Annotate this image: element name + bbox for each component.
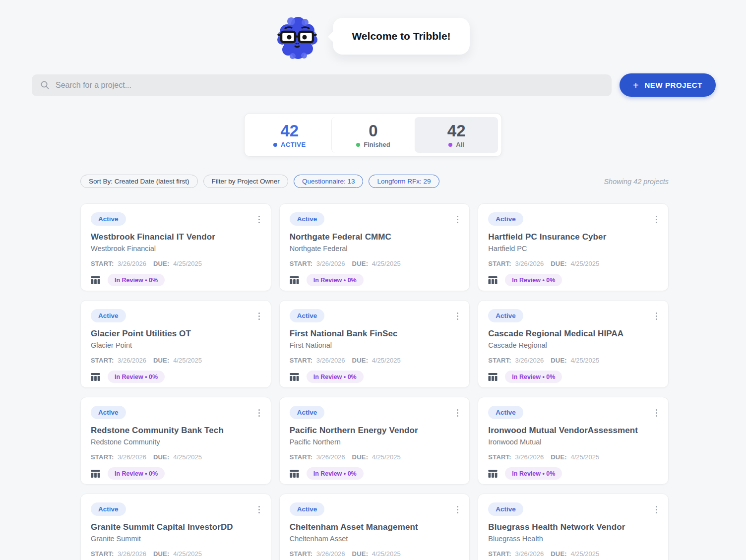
table-icon (290, 373, 299, 381)
project-card-footer: In Review • 0% (91, 467, 263, 480)
start-date: 3/26/2026 (515, 357, 544, 364)
kebab-menu-icon[interactable] (655, 311, 658, 321)
start-date: 3/26/2026 (118, 550, 146, 558)
project-card[interactable]: Active Westbrook Financial IT Vendor Wes… (80, 203, 271, 291)
review-status-badge: In Review • 0% (108, 371, 165, 383)
due-date: 4/25/2025 (173, 260, 202, 267)
project-dates: START: 3/26/2026 DUE: 4/25/2025 (290, 453, 462, 461)
start-date: 3/26/2026 (515, 550, 544, 558)
project-card[interactable]: Active Pacific Northern Energy Vendor Pa… (279, 397, 470, 485)
kebab-menu-icon[interactable] (257, 311, 261, 321)
table-icon (91, 470, 100, 478)
project-subtitle: Hartfield PC (488, 245, 660, 252)
project-subtitle: Northgate Federal (290, 245, 462, 252)
projects-grid: Active Westbrook Financial IT Vendor Wes… (80, 203, 669, 560)
project-card-footer: In Review • 0% (290, 371, 462, 383)
status-badge: Active (91, 212, 126, 226)
project-title: Redstone Community Bank Tech (91, 426, 263, 436)
due-label: DUE: (551, 453, 567, 461)
review-status-badge: In Review • 0% (307, 467, 364, 480)
kebab-menu-icon[interactable] (257, 505, 261, 514)
showing-projects-text: Showing 42 projects (604, 178, 669, 186)
project-dates: START: 3/26/2026 DUE: 4/25/2025 (91, 550, 263, 558)
review-status-badge: In Review • 0% (108, 467, 165, 480)
project-card[interactable]: Active Northgate Federal CMMC Northgate … (279, 203, 470, 291)
project-title: Hartfield PC Insurance Cyber (488, 232, 660, 242)
start-label: START: (91, 550, 114, 558)
welcome-text: Welcome to Tribble! (352, 30, 450, 42)
kebab-menu-icon[interactable] (257, 408, 261, 418)
due-label: DUE: (352, 357, 369, 364)
stat-active[interactable]: 42 ACTIVE (248, 117, 331, 153)
project-card[interactable]: Active Redstone Community Bank Tech Reds… (80, 397, 271, 485)
project-dates: START: 3/26/2026 DUE: 4/25/2025 (488, 453, 660, 461)
review-status-badge: In Review • 0% (505, 467, 562, 480)
status-badge: Active (488, 502, 523, 516)
kebab-menu-icon[interactable] (456, 408, 459, 418)
project-card[interactable]: Active Granite Summit Capital InvestorDD… (80, 494, 271, 560)
filter-row: Sort By: Created Date (latest first) Fil… (80, 175, 669, 188)
search-icon (40, 80, 50, 90)
project-title: Northgate Federal CMMC (290, 232, 462, 242)
kebab-menu-icon[interactable] (456, 215, 459, 224)
status-badge: Active (290, 309, 325, 322)
due-label: DUE: (153, 357, 170, 364)
project-card-footer: In Review • 0% (488, 371, 660, 383)
start-date: 3/26/2026 (316, 550, 345, 558)
stat-all[interactable]: 42 All (415, 117, 498, 153)
table-icon (488, 470, 497, 478)
due-date: 4/25/2025 (173, 550, 202, 558)
project-subtitle: Bluegrass Health (488, 535, 660, 543)
project-title: Pacific Northern Energy Vendor (290, 426, 462, 436)
kebab-menu-icon[interactable] (257, 215, 261, 224)
project-title: Ironwood Mutual VendorAssessment (488, 426, 660, 436)
kebab-menu-icon[interactable] (456, 505, 459, 514)
kebab-menu-icon[interactable] (456, 311, 459, 321)
status-badge: Active (488, 309, 523, 322)
project-card[interactable]: Active Cheltenham Asset Management Chelt… (279, 494, 470, 560)
project-title: Cheltenham Asset Management (290, 522, 462, 532)
project-subtitle: Redstone Community (91, 438, 263, 446)
due-label: DUE: (551, 550, 567, 558)
kebab-menu-icon[interactable] (655, 408, 658, 418)
project-subtitle: Pacific Northern (290, 438, 462, 446)
search-input[interactable] (56, 81, 603, 90)
due-label: DUE: (352, 550, 369, 558)
project-card[interactable]: Active Bluegrass Health Network Vendor B… (478, 494, 669, 560)
stat-finished[interactable]: 0 Finished (331, 117, 415, 153)
status-badge: Active (488, 406, 523, 419)
search-row: + NEW PROJECT (32, 73, 716, 97)
project-card[interactable]: Active Cascade Regional Medical HIPAA Ca… (478, 300, 669, 388)
project-subtitle: Westbrook Financial (91, 245, 263, 252)
new-project-button[interactable]: + NEW PROJECT (620, 73, 716, 97)
longform-rfx-chip[interactable]: Longform RFx: 29 (369, 175, 439, 188)
table-icon (290, 276, 299, 284)
kebab-menu-icon[interactable] (655, 215, 658, 224)
project-card[interactable]: Active Hartfield PC Insurance Cyber Hart… (478, 203, 669, 291)
project-dates: START: 3/26/2026 DUE: 4/25/2025 (91, 357, 263, 364)
welcome-header: Welcome to Tribble! (0, 0, 746, 61)
due-date: 4/25/2025 (372, 260, 401, 267)
start-date: 3/26/2026 (118, 260, 146, 267)
start-date: 3/26/2026 (316, 453, 345, 461)
due-date: 4/25/2025 (570, 453, 599, 461)
project-subtitle: Ironwood Mutual (488, 438, 660, 446)
filter-owner-chip[interactable]: Filter by Project Owner (203, 175, 288, 188)
project-card[interactable]: Active First National Bank FinSec First … (279, 300, 470, 388)
sort-by-chip[interactable]: Sort By: Created Date (latest first) (80, 175, 198, 188)
due-date: 4/25/2025 (173, 453, 202, 461)
start-date: 3/26/2026 (515, 453, 544, 461)
due-label: DUE: (551, 357, 567, 364)
project-card[interactable]: Active Ironwood Mutual VendorAssessment … (478, 397, 669, 485)
project-card[interactable]: Active Glacier Point Utilities OT Glacie… (80, 300, 271, 388)
questionnaire-chip[interactable]: Questionnaire: 13 (294, 175, 364, 188)
due-label: DUE: (352, 260, 369, 267)
project-subtitle: Glacier Point (91, 341, 263, 349)
review-status-badge: In Review • 0% (307, 274, 364, 286)
project-subtitle: Granite Summit (91, 535, 263, 543)
table-icon (488, 276, 497, 284)
search-box[interactable] (32, 74, 612, 96)
kebab-menu-icon[interactable] (655, 505, 658, 514)
project-dates: START: 3/26/2026 DUE: 4/25/2025 (91, 453, 263, 461)
start-label: START: (290, 550, 312, 558)
